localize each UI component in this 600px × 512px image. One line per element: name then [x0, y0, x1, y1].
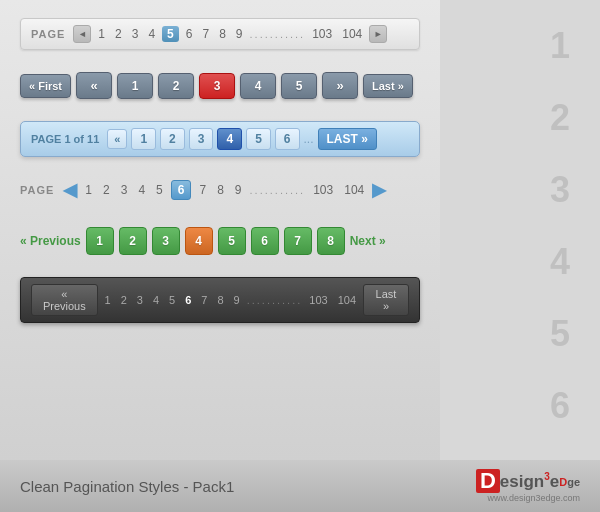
page-4-8[interactable]: 8 [214, 183, 227, 197]
page-4-7[interactable]: 7 [196, 183, 209, 197]
page-4-3[interactable]: 3 [118, 183, 131, 197]
page-1-7[interactable]: 7 [199, 27, 212, 41]
section-num-4: 4 [540, 226, 580, 298]
page-1-5-active[interactable]: 5 [162, 26, 179, 42]
logo-top: D esign3e Dge [476, 469, 580, 493]
page-6-7[interactable]: 7 [198, 294, 210, 306]
main-content: PAGE ◄ 1 2 3 4 5 6 7 8 9 ........... 103… [0, 0, 440, 460]
prev-button-2[interactable]: « [76, 72, 112, 99]
page-5-4-active[interactable]: 4 [185, 227, 213, 255]
last-button-6[interactable]: Last » [363, 284, 409, 316]
page-2-5[interactable]: 5 [281, 73, 317, 99]
page-2-3-active[interactable]: 3 [199, 73, 235, 99]
page-6-3[interactable]: 3 [134, 294, 146, 306]
page-1-4[interactable]: 4 [145, 27, 158, 41]
prev-button-6[interactable]: « Previous [31, 284, 98, 316]
page-6-9[interactable]: 9 [231, 294, 243, 306]
prev-button-5[interactable]: « Previous [20, 234, 81, 248]
next-button-2[interactable]: » [322, 72, 358, 99]
page-label-3: PAGE 1 of 11 [31, 133, 99, 145]
pagination-style-3: PAGE 1 of 11 « 1 2 3 4 5 6 ... LAST » [20, 121, 420, 157]
section-num-1: 1 [540, 10, 580, 82]
section-num-2: 2 [540, 82, 580, 154]
section-num-5: 5 [540, 298, 580, 370]
footer-logo: D esign3e Dge www.design3edge.com [476, 469, 580, 503]
page-3-2[interactable]: 2 [160, 128, 185, 150]
page-5-7[interactable]: 7 [284, 227, 312, 255]
page-2-2[interactable]: 2 [158, 73, 194, 99]
page-4-4[interactable]: 4 [135, 183, 148, 197]
page-5-3[interactable]: 3 [152, 227, 180, 255]
page-4-6-active[interactable]: 6 [171, 180, 192, 200]
next-arrow-1[interactable]: ► [369, 25, 387, 43]
page-3-1[interactable]: 1 [131, 128, 156, 150]
page-4-1[interactable]: 1 [82, 183, 95, 197]
page-3-5[interactable]: 5 [246, 128, 271, 150]
dots-3: ... [304, 132, 314, 146]
page-1-103[interactable]: 103 [309, 27, 335, 41]
page-6-103[interactable]: 103 [306, 294, 330, 306]
page-2-1[interactable]: 1 [117, 73, 153, 99]
next-button-5[interactable]: Next » [350, 234, 386, 248]
page-6-8[interactable]: 8 [214, 294, 226, 306]
prev-arrow-1[interactable]: ◄ [73, 25, 91, 43]
section-numbers: 1 2 3 4 5 6 [540, 10, 580, 442]
first-button-2[interactable]: « First [20, 74, 71, 98]
pagination-style-4: PAGE ◀ 1 2 3 4 5 6 7 8 9 ........... 103… [20, 175, 420, 205]
page-3-4-active[interactable]: 4 [217, 128, 242, 150]
logo-sub: www.design3edge.com [487, 493, 580, 503]
last-button-3[interactable]: LAST » [318, 128, 377, 150]
dots-1: ........... [250, 28, 306, 40]
page-1-9[interactable]: 9 [233, 27, 246, 41]
page-5-8[interactable]: 8 [317, 227, 345, 255]
page-1-3[interactable]: 3 [129, 27, 142, 41]
page-label-1: PAGE [31, 28, 65, 40]
page-label-4: PAGE [20, 184, 54, 196]
page-4-2[interactable]: 2 [100, 183, 113, 197]
page-1-2[interactable]: 2 [112, 27, 125, 41]
page-1-104[interactable]: 104 [339, 27, 365, 41]
last-button-2[interactable]: Last » [363, 74, 413, 98]
pagination-style-2: « First « 1 2 3 4 5 » Last » [20, 68, 420, 103]
prev-arrow-4[interactable]: ◀ [63, 179, 77, 201]
logo-d: D [476, 469, 500, 493]
page-6-4[interactable]: 4 [150, 294, 162, 306]
footer: Clean Pagination Styles - Pack1 D esign3… [0, 460, 600, 512]
page-4-5[interactable]: 5 [153, 183, 166, 197]
page-2-4[interactable]: 4 [240, 73, 276, 99]
pagination-style-1: PAGE ◄ 1 2 3 4 5 6 7 8 9 ........... 103… [20, 18, 420, 50]
prev-button-3[interactable]: « [107, 129, 127, 149]
section-num-6: 6 [540, 370, 580, 442]
pagination-style-6: « Previous 1 2 3 4 5 6 7 8 9 ...........… [20, 277, 420, 323]
page-4-9[interactable]: 9 [232, 183, 245, 197]
page-6-104[interactable]: 104 [335, 294, 359, 306]
page-3-3[interactable]: 3 [189, 128, 214, 150]
page-4-104[interactable]: 104 [341, 183, 367, 197]
dots-6: ........... [247, 294, 303, 306]
pagination-style-5: « Previous 1 2 3 4 5 6 7 8 Next » [20, 223, 420, 259]
logo-edge: Dge [559, 471, 580, 491]
page-5-6[interactable]: 6 [251, 227, 279, 255]
next-arrow-4[interactable]: ▶ [372, 179, 386, 201]
page-5-1[interactable]: 1 [86, 227, 114, 255]
page-6-6-active[interactable]: 6 [182, 294, 194, 306]
dots-4: ........... [250, 184, 306, 196]
page-6-5[interactable]: 5 [166, 294, 178, 306]
page-6-2[interactable]: 2 [118, 294, 130, 306]
page-6-1[interactable]: 1 [102, 294, 114, 306]
page-1-8[interactable]: 8 [216, 27, 229, 41]
page-1-1[interactable]: 1 [95, 27, 108, 41]
page-5-2[interactable]: 2 [119, 227, 147, 255]
page-4-103[interactable]: 103 [310, 183, 336, 197]
page-1-6[interactable]: 6 [183, 27, 196, 41]
section-num-3: 3 [540, 154, 580, 226]
page-5-5[interactable]: 5 [218, 227, 246, 255]
logo-esign: esign3e [500, 471, 559, 492]
page-3-6[interactable]: 6 [275, 128, 300, 150]
footer-title: Clean Pagination Styles - Pack1 [20, 478, 234, 495]
